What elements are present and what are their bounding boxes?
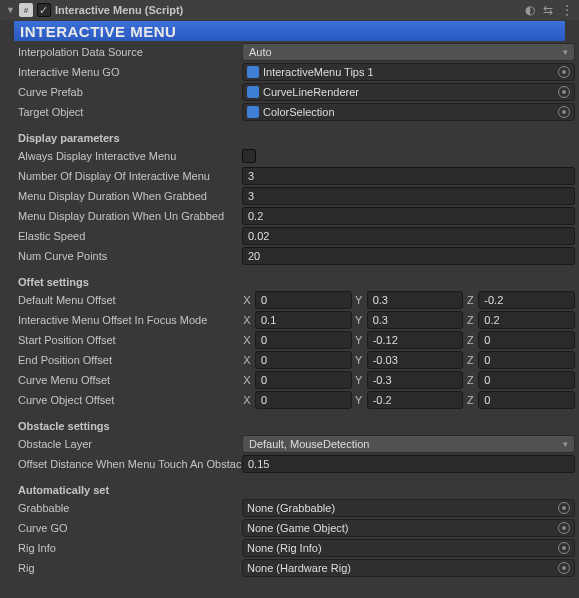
target-object-label: Target Object: [18, 106, 242, 118]
curve-prefab-label: Curve Prefab: [18, 86, 242, 98]
object-picker-icon[interactable]: [558, 106, 570, 118]
foldout-toggle[interactable]: ▼: [6, 5, 15, 15]
dur-ungrabbed-label: Menu Display Duration When Un Grabbed: [18, 210, 242, 222]
gameobject-icon: [247, 66, 259, 78]
curve-go-label: Curve GO: [18, 522, 242, 534]
curve-pts-label: Num Curve Points: [18, 250, 242, 262]
rig-field[interactable]: None (Hardware Rig): [242, 559, 575, 577]
default-offset-label: Default Menu Offset: [18, 294, 242, 306]
default-offset-z[interactable]: -0.2: [478, 291, 575, 309]
object-picker-icon[interactable]: [558, 66, 570, 78]
gameobject-icon: [247, 86, 259, 98]
object-picker-icon[interactable]: [558, 542, 570, 554]
menu-icon[interactable]: ⋮: [561, 3, 573, 17]
object-picker-icon[interactable]: [558, 86, 570, 98]
rig-label: Rig: [18, 562, 242, 574]
x-label: X: [242, 294, 252, 306]
always-display-label: Always Display Interactive Menu: [18, 150, 242, 162]
script-icon: #: [19, 3, 33, 17]
default-offset-x[interactable]: 0: [255, 291, 352, 309]
object-picker-icon[interactable]: [558, 562, 570, 574]
title-banner: INTERACTIVE MENU: [14, 21, 565, 41]
start-offset-y[interactable]: -0.12: [367, 331, 464, 349]
elastic-label: Elastic Speed: [18, 230, 242, 242]
rig-info-field[interactable]: None (Rig Info): [242, 539, 575, 557]
focus-offset-label: Interactive Menu Offset In Focus Mode: [18, 314, 242, 326]
target-object-field[interactable]: ColorSelection: [242, 103, 575, 121]
curve-menu-offset-y[interactable]: -0.3: [367, 371, 464, 389]
curve-prefab-field[interactable]: CurveLineRenderer: [242, 83, 575, 101]
z-label: Z: [465, 294, 475, 306]
object-picker-icon[interactable]: [558, 502, 570, 514]
gameobject-icon: [247, 106, 259, 118]
curve-obj-offset-y[interactable]: -0.2: [367, 391, 464, 409]
help-icon[interactable]: ◐: [525, 3, 535, 17]
start-offset-z[interactable]: 0: [478, 331, 575, 349]
curve-obj-offset-label: Curve Object Offset: [18, 394, 242, 406]
curve-obj-offset-z[interactable]: 0: [478, 391, 575, 409]
curve-go-field[interactable]: None (Game Object): [242, 519, 575, 537]
focus-offset-x[interactable]: 0.1: [255, 311, 352, 329]
header-icons: ◐ ⇆ ⋮: [525, 3, 573, 17]
dur-ungrabbed-input[interactable]: 0.2: [242, 207, 575, 225]
end-offset-y[interactable]: -0.03: [367, 351, 464, 369]
curve-menu-offset-label: Curve Menu Offset: [18, 374, 242, 386]
curve-obj-offset-x[interactable]: 0: [255, 391, 352, 409]
presets-icon[interactable]: ⇆: [543, 3, 553, 17]
enable-checkbox[interactable]: [37, 3, 51, 17]
default-offset-y[interactable]: 0.3: [367, 291, 464, 309]
num-display-input[interactable]: 3: [242, 167, 575, 185]
focus-offset-z[interactable]: 0.2: [478, 311, 575, 329]
auto-section-header: Automatically set: [4, 474, 575, 498]
layer-dropdown[interactable]: Default, MouseDetection: [242, 435, 575, 453]
curve-menu-offset-z[interactable]: 0: [478, 371, 575, 389]
end-offset-label: End Position Offset: [18, 354, 242, 366]
grabbable-label: Grabbable: [18, 502, 242, 514]
start-offset-label: Start Position Offset: [18, 334, 242, 346]
dur-grabbed-input[interactable]: 3: [242, 187, 575, 205]
component-header: ▼ # Interactive Menu (Script) ◐ ⇆ ⋮: [0, 0, 579, 20]
always-display-checkbox[interactable]: [242, 149, 256, 163]
offset-section-header: Offet settings: [4, 266, 575, 290]
num-display-label: Number Of Display Of Interactive Menu: [18, 170, 242, 182]
dur-grabbed-label: Menu Display Duration When Grabbed: [18, 190, 242, 202]
end-offset-z[interactable]: 0: [478, 351, 575, 369]
display-section-header: Display parameters: [4, 122, 575, 146]
y-label: Y: [354, 294, 364, 306]
rig-info-label: Rig Info: [18, 542, 242, 554]
offset-dist-label: Offset Distance When Menu Touch An Obsta…: [18, 458, 242, 470]
interpolation-label: Interpolation Data Source: [18, 46, 242, 58]
layer-label: Obstacle Layer: [18, 438, 242, 450]
end-offset-x[interactable]: 0: [255, 351, 352, 369]
interpolation-dropdown[interactable]: Auto: [242, 43, 575, 61]
obstacle-section-header: Obstacle settings: [4, 410, 575, 434]
grabbable-field[interactable]: None (Grabbable): [242, 499, 575, 517]
offset-dist-input[interactable]: 0.15: [242, 455, 575, 473]
menu-go-label: Interactive Menu GO: [18, 66, 242, 78]
start-offset-x[interactable]: 0: [255, 331, 352, 349]
focus-offset-y[interactable]: 0.3: [367, 311, 464, 329]
object-picker-icon[interactable]: [558, 522, 570, 534]
curve-menu-offset-x[interactable]: 0: [255, 371, 352, 389]
menu-go-field[interactable]: InteractiveMenu Tips 1: [242, 63, 575, 81]
elastic-input[interactable]: 0.02: [242, 227, 575, 245]
curve-pts-input[interactable]: 20: [242, 247, 575, 265]
component-title: Interactive Menu (Script): [55, 4, 521, 16]
